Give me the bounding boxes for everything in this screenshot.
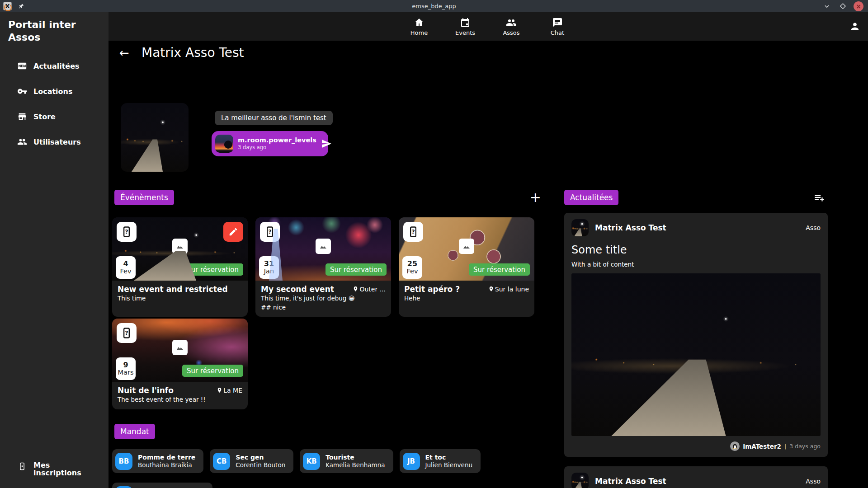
image-placeholder-icon <box>316 239 331 254</box>
sidebar-item-locations[interactable]: Locations <box>0 79 108 104</box>
people-icon <box>505 17 517 28</box>
reservation-badge: Sur réservation <box>469 263 530 276</box>
event-location: Outer ... <box>353 286 386 293</box>
location-pin-icon <box>353 286 359 292</box>
playlist-add-icon[interactable] <box>813 192 825 204</box>
news-tag: Asso <box>806 224 821 231</box>
fiber-new-icon <box>17 61 27 71</box>
event-title: New event and restricted <box>118 285 228 294</box>
member-role: Pomme de terre <box>138 454 195 462</box>
chat-icon <box>552 17 563 28</box>
last-message-card[interactable]: m.room.power_levels 3 days ago <box>212 131 328 156</box>
news-card[interactable]: Matrix Asso Test Asso <box>564 466 828 488</box>
sidebar-item-actualitees[interactable]: Actualitées <box>0 53 108 79</box>
avatar: CB <box>213 453 230 470</box>
nav-item-label: Chat <box>551 29 564 36</box>
news-author: Matrix Asso Test <box>595 477 799 486</box>
minimize-icon[interactable] <box>822 1 832 11</box>
nav-item-label: Home <box>410 29 428 36</box>
svg-text:?: ? <box>125 329 128 336</box>
location-pin-icon <box>217 387 222 393</box>
event-card[interactable]: ? 25 Fev Sur réservation Petit apéro ? <box>399 217 534 317</box>
sidebar-item-mes-inscriptions[interactable]: Mes inscriptions <box>0 457 108 482</box>
news-footer-separator: | <box>784 443 786 450</box>
news-card[interactable]: Matrix Asso Test Asso Some title With a … <box>564 213 828 457</box>
member-name: Julien Bienvenu <box>425 461 472 469</box>
event-date-badge: 9 Mars <box>116 357 136 380</box>
member-chip[interactable]: CB Sec gen Corentin Bouton <box>210 449 293 473</box>
member-role: Et toc <box>425 454 472 462</box>
message-time: 3 days ago <box>238 145 316 151</box>
event-date-badge: 25 Fev <box>402 256 422 279</box>
message-title: m.room.power_levels <box>238 136 316 144</box>
svg-text:?: ? <box>125 228 128 235</box>
member-chip[interactable]: JB Et toc Julien Bienvenu <box>400 449 481 473</box>
nav-item-events[interactable]: Events <box>453 17 477 36</box>
event-card[interactable]: ? 4 Fev Sur réservation New ev <box>112 217 248 317</box>
nav-item-label: Events <box>455 29 475 36</box>
event-date-badge: 4 Fev <box>116 256 136 279</box>
nav-item-label: Assos <box>503 29 519 36</box>
device-unknown-icon: ? <box>117 323 137 343</box>
sidebar-item-label: Actualitées <box>33 62 80 70</box>
send-icon <box>321 138 332 149</box>
sidebar-item-utilisateurs[interactable]: Utilisateurs <box>0 129 108 155</box>
event-image: ? 25 Fev Sur réservation <box>399 217 534 281</box>
events-section-badge: Événèments <box>114 190 174 205</box>
sidebar-item-store[interactable]: Store <box>0 104 108 129</box>
asso-image <box>121 103 189 172</box>
calendar-icon <box>460 17 471 28</box>
image-placeholder-icon <box>172 239 188 254</box>
avatar: KB <box>303 453 320 470</box>
sidebar-title: Portail inter Assos <box>0 12 108 46</box>
maximize-icon[interactable] <box>838 1 848 11</box>
news-author: Matrix Asso Test <box>595 223 799 232</box>
event-title: Petit apéro ? <box>404 285 460 294</box>
reservation-badge: Sur réservation <box>182 365 243 377</box>
news-tag: Asso <box>806 478 821 485</box>
event-location: La ME <box>217 387 242 394</box>
main-content: ← Matrix Asso Test La meilleur asso de l… <box>108 41 868 488</box>
key-icon <box>17 86 27 96</box>
member-chip[interactable]: KB Touriste Kamelia Benhamna <box>300 449 393 473</box>
close-icon[interactable]: × <box>854 1 863 11</box>
member-name: Corentin Bouton <box>236 461 285 469</box>
svg-text:?: ? <box>268 228 271 235</box>
news-content: With a bit of content <box>571 261 821 268</box>
event-card[interactable]: ? 31 Jan Sur réservation My second event <box>255 217 391 317</box>
avatar: JB <box>403 453 420 470</box>
nav-item-home[interactable]: Home <box>407 17 431 36</box>
event-location: Sur la lune <box>488 286 529 293</box>
sidebar-item-label: Locations <box>33 87 73 96</box>
window-title: emse_bde_app <box>0 3 868 9</box>
add-event-button[interactable]: + <box>530 191 541 204</box>
account-icon[interactable] <box>849 20 861 32</box>
back-button[interactable]: ← <box>119 46 129 60</box>
page-title: Matrix Asso Test <box>142 45 244 60</box>
event-image: ? 9 Mars Sur réservation <box>112 319 248 382</box>
message-avatar <box>215 135 233 153</box>
nav-item-chat[interactable]: Chat <box>546 17 569 36</box>
sidebar-item-label: Mes inscriptions <box>33 461 83 477</box>
news-footer-time: 3 days ago <box>789 443 821 450</box>
reservation-badge: Sur réservation <box>326 263 387 276</box>
svg-text:?: ? <box>411 228 415 235</box>
event-date-badge: 31 Jan <box>259 256 279 279</box>
news-section-header: Actualitées <box>564 190 828 210</box>
news-image <box>571 273 821 436</box>
pencil-icon <box>228 227 238 237</box>
event-card[interactable]: ? 9 Mars Sur réservation Nuit de l'info <box>112 319 248 409</box>
member-role: Sec gen <box>236 454 285 462</box>
member-name: Kamelia Benhamna <box>326 461 385 469</box>
location-pin-icon <box>488 286 494 292</box>
member-chip[interactable]: Secrétaire général <box>112 483 212 488</box>
event-title: My second event <box>261 285 334 294</box>
mandat-section-header: Mandat <box>114 424 155 439</box>
nav-item-assos[interactable]: Assos <box>500 17 523 36</box>
edit-event-button[interactable] <box>223 222 243 242</box>
event-description: Hehe <box>404 295 529 303</box>
news-title: Some title <box>571 244 821 256</box>
people-icon <box>17 137 27 147</box>
member-chip[interactable]: BB Pomme de terre Bouthaina Braikia <box>112 449 203 473</box>
avatar <box>115 486 132 488</box>
